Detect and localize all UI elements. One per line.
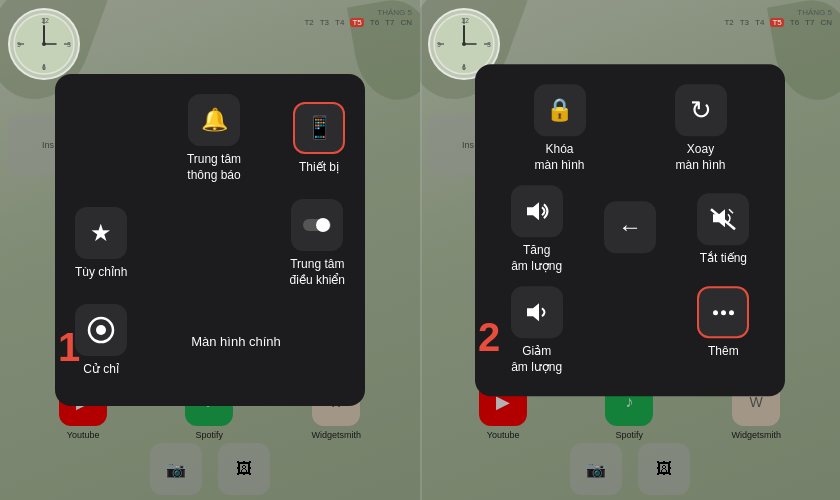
rotate-icon: ↻ [690, 95, 712, 126]
right-panel: THÁNG 5 T2 T3 T4 T5 T6 T7 CN 12 3 [420, 0, 840, 500]
svg-text:3: 3 [67, 41, 71, 48]
weekdays-row: T2 T3 T4 T5 T6 T7 CN [304, 18, 412, 27]
svg-point-7 [42, 42, 46, 46]
volume-down-icon-box[interactable] [511, 287, 563, 339]
lock-icon: 🔒 [546, 97, 573, 123]
menu-row2-1: 🔒 Khóamàn hình ↻ Xoaymàn hình [495, 84, 765, 173]
menu-row2-3: Giảmâm lượng Thêm [495, 287, 765, 376]
thiet-bi-label: Thiết bị [299, 160, 339, 176]
menu-item-trung-tam-thong-bao[interactable]: 🔔 Trung tâmthông báo [187, 94, 241, 183]
rotate-icon-box[interactable]: ↻ [675, 84, 727, 136]
weekday-cn-right: CN [820, 18, 832, 27]
khoa-label: Khóamàn hình [534, 142, 584, 173]
svg-text:6: 6 [462, 64, 466, 71]
man-hinh-chinh-label: Màn hình chính [127, 334, 345, 349]
svg-text:12: 12 [461, 17, 469, 24]
month-label: THÁNG 5 [304, 8, 412, 17]
svg-line-31 [729, 209, 733, 213]
weekday-t6: T6 [370, 18, 379, 27]
cu-chi-icon-box[interactable] [75, 304, 127, 356]
bell-icon-box[interactable]: 🔔 [188, 94, 240, 146]
circle-icon [87, 316, 115, 344]
clock-circle: 12 3 6 9 [8, 8, 80, 80]
phone-icon-box[interactable]: 📱 [293, 102, 345, 154]
menu-row-3: Cử chỉ Màn hình chính [75, 304, 345, 378]
volume-down-icon [523, 301, 551, 325]
volume-up-icon [523, 199, 551, 223]
menu-item-xoay-man-hinh[interactable]: ↻ Xoaymàn hình [636, 84, 765, 173]
weekday-t5-right: T5 [770, 18, 783, 27]
toggle-icon-box[interactable] [291, 199, 343, 251]
svg-point-23 [462, 42, 466, 46]
month-label-right: THÁNG 5 [724, 8, 832, 17]
svg-text:9: 9 [17, 41, 21, 48]
them-label: Thêm [708, 345, 739, 361]
tuy-chinh-label: Tùy chỉnh [75, 265, 127, 281]
menu-item-tat-tieng[interactable]: Tắt tiếng [682, 193, 765, 267]
svg-text:3: 3 [487, 41, 491, 48]
menu-item-tang-am-luong[interactable]: Tăngâm lượng [495, 185, 578, 274]
status-bar: THÁNG 5 T2 T3 T4 T5 T6 T7 CN [304, 8, 412, 27]
weekday-t5: T5 [350, 18, 363, 27]
them-icon-box[interactable] [697, 287, 749, 339]
weekday-t4: T4 [335, 18, 344, 27]
svg-text:6: 6 [42, 64, 46, 71]
weekday-t3-right: T3 [740, 18, 749, 27]
weekday-t4-right: T4 [755, 18, 764, 27]
menu-item-tuy-chinh[interactable]: ★ Tùy chỉnh [75, 207, 127, 281]
toggle-icon [303, 216, 331, 234]
menu-item-them[interactable]: Thêm [682, 287, 765, 376]
weekday-t6-right: T6 [790, 18, 799, 27]
step-number-1: 1 [58, 325, 80, 370]
step-number-2: 2 [478, 315, 500, 360]
trung-tam-label: Trung tâmthông báo [187, 152, 241, 183]
menu-item-khoa-man-hinh[interactable]: 🔒 Khóamàn hình [495, 84, 624, 173]
phone-icon: 📱 [306, 115, 333, 141]
weekday-t7-right: T7 [805, 18, 814, 27]
svg-marker-32 [527, 304, 539, 322]
weekdays-row-right: T2 T3 T4 T5 T6 T7 CN [724, 18, 832, 27]
weekday-t2: T2 [304, 18, 313, 27]
volume-up-icon-box[interactable] [511, 185, 563, 237]
svg-point-13 [316, 218, 330, 232]
tat-tieng-label: Tắt tiếng [700, 251, 747, 267]
giam-am-label: Giảmâm lượng [511, 345, 562, 376]
cu-chi-label: Cử chỉ [83, 362, 119, 378]
left-panel: THÁNG 5 T2 T3 T4 T5 T6 T7 CN [0, 0, 420, 500]
svg-text:9: 9 [437, 41, 441, 48]
popup-menu-2[interactable]: 🔒 Khóamàn hình ↻ Xoaymàn hình [475, 64, 785, 396]
arrow-back-icon-box[interactable]: ← [604, 201, 656, 253]
mute-icon-box[interactable] [697, 193, 749, 245]
svg-point-15 [96, 325, 106, 335]
mute-icon [709, 206, 737, 232]
svg-text:12: 12 [41, 17, 49, 24]
man-hinh-label-wrap: Màn hình chính [127, 334, 345, 349]
bell-icon: 🔔 [201, 107, 228, 133]
weekday-t2-right: T2 [724, 18, 733, 27]
three-dots-icon [713, 310, 734, 315]
dieu-khien-label: Trung tâmđiều khiển [290, 257, 345, 288]
menu-item-trung-tam-dieu-khien[interactable]: Trung tâmđiều khiển [290, 199, 345, 288]
tang-am-label: Tăngâm lượng [511, 243, 562, 274]
menu-row-2: ★ Tùy chỉnh Trung tâmđiều khiển [75, 199, 345, 288]
menu-row2-2: Tăngâm lượng ← Tắt tiếng [495, 185, 765, 274]
xoay-label: Xoaymàn hình [675, 142, 725, 173]
arrow-back-icon: ← [618, 213, 642, 241]
status-bar-right: THÁNG 5 T2 T3 T4 T5 T6 T7 CN [724, 8, 832, 27]
menu-item-cu-chi[interactable]: Cử chỉ [75, 304, 127, 378]
menu-item-giam-am-luong[interactable]: Giảmâm lượng [495, 287, 578, 376]
weekday-cn: CN [400, 18, 412, 27]
menu-item-arrow-back[interactable]: ← [588, 201, 671, 259]
weekday-t7: T7 [385, 18, 394, 27]
weekday-t3: T3 [320, 18, 329, 27]
popup-menu-1[interactable]: 🔔 Trung tâmthông báo 📱 Thiết bị ★ Tùy ch… [55, 74, 365, 406]
star-icon-box[interactable]: ★ [75, 207, 127, 259]
svg-marker-28 [527, 202, 539, 220]
star-icon: ★ [90, 219, 112, 247]
lock-icon-box[interactable]: 🔒 [534, 84, 586, 136]
menu-row-1: 🔔 Trung tâmthông báo 📱 Thiết bị [75, 94, 345, 183]
menu-item-thiet-bi[interactable]: 📱 Thiết bị [293, 102, 345, 176]
